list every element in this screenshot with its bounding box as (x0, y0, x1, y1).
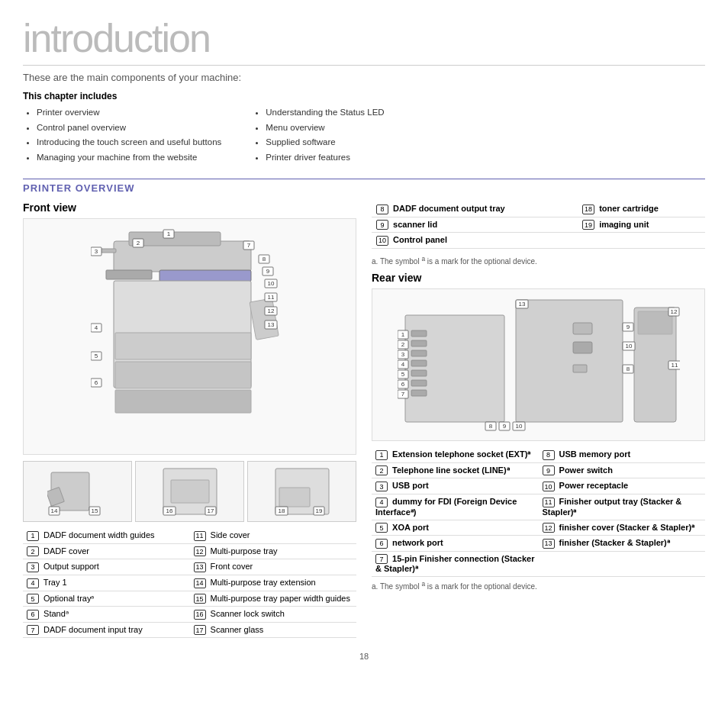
small-diagram-3: 18 19 (247, 461, 356, 522)
chapter-includes-lists: Printer overview Control panel overview … (23, 105, 705, 165)
main-content: Front view (23, 201, 705, 644)
table-row: 8 DADF document output tray 18 toner car… (372, 201, 705, 217)
svg-text:5: 5 (401, 371, 404, 378)
svg-rect-58 (411, 360, 427, 366)
part-right: 14 Multi-purpose tray extension (190, 575, 357, 591)
part-left: 4 Tray 1 (23, 575, 190, 591)
part-num-badge: 12 (194, 546, 206, 556)
part-right (578, 233, 705, 249)
list-item: Introducing the touch screen and useful … (37, 135, 221, 150)
page-title: introduction (23, 15, 705, 66)
part-num-badge: 4 (27, 578, 39, 588)
part-num-badge: 7 (375, 554, 388, 564)
part-num-badge: 13 (543, 539, 555, 549)
part-left: 3 USB port (372, 478, 539, 494)
svg-text:13: 13 (518, 301, 525, 308)
svg-text:10: 10 (267, 280, 274, 287)
part-num-badge: 11 (194, 531, 206, 541)
section-heading: PRINTER OVERVIEW (23, 179, 705, 194)
part-num-badge: 15 (194, 594, 206, 604)
table-row: 6 Standᵃ 16 Scanner lock switch (23, 607, 356, 623)
svg-text:10: 10 (515, 423, 522, 430)
subtitle: These are the main components of your ma… (23, 72, 705, 83)
table-row: 10 Control panel (372, 233, 705, 249)
part-label: Optional trayᵃ (43, 594, 94, 603)
part-label: finisher cover (Stacker & Stapler)ᵃ (559, 523, 695, 532)
list-item: Managing your machine from the website (37, 150, 221, 166)
svg-rect-7 (115, 390, 251, 413)
svg-rect-76 (516, 300, 623, 422)
part-num-badge: 2 (27, 546, 39, 556)
svg-rect-6 (115, 362, 251, 388)
part-label: Power receptacle (559, 481, 629, 490)
part-left: 6 network port (372, 536, 539, 552)
part-num-badge: 17 (194, 625, 206, 635)
part-right: 11 Side cover (190, 528, 357, 543)
part-left: 1 DADF document width guides (23, 528, 190, 543)
part-right: 17 Scanner glass (190, 622, 357, 638)
svg-text:6: 6 (401, 381, 404, 388)
part-num-badge: 4 (375, 498, 388, 507)
part-right: 12 Multi-purpose tray (190, 543, 357, 559)
table-row: 9 scanner lid 19 imaging unit (372, 217, 705, 233)
part-num-badge: 10 (543, 482, 555, 491)
svg-rect-49 (279, 488, 310, 507)
part-left: 2 DADF cover (23, 543, 190, 559)
part-label: Scanner lock switch (211, 609, 285, 618)
part-right: 13 Front cover (190, 559, 357, 575)
front-parts-table: 1 DADF document width guides 11 Side cov… (23, 528, 356, 638)
list-item: Control panel overview (37, 121, 221, 136)
svg-text:13: 13 (267, 321, 274, 328)
part-label: network port (392, 538, 443, 547)
front-view-diagram: 1 2 3 4 5 6 7 8 9 10 (23, 218, 356, 455)
svg-text:12: 12 (670, 308, 677, 315)
part-right: 18 toner cartridge (578, 201, 705, 217)
rear-note: a. The symbol a is a mark for the option… (372, 580, 705, 591)
svg-rect-59 (411, 370, 427, 376)
part-label: Scanner glass (211, 625, 264, 634)
part-num-badge: 13 (194, 562, 206, 572)
right-chapter-list: Understanding the Status LED Menu overvi… (252, 105, 384, 165)
list-item: Menu overview (266, 121, 384, 136)
rear-view-heading: Rear view (372, 272, 705, 284)
part-label: dummy for FDI (Foreign Device Interfaceᵃ… (375, 497, 517, 517)
svg-text:2: 2 (136, 240, 140, 246)
svg-text:14: 14 (50, 507, 57, 514)
part-right: 13 finisher (Stacker & Stapler)ᵃ (539, 536, 706, 552)
svg-rect-43 (171, 480, 209, 503)
front-printer-svg: 1 2 3 4 5 6 7 8 9 10 (91, 226, 289, 447)
svg-rect-56 (411, 340, 427, 346)
part-label: imaging unit (599, 220, 649, 229)
table-row: 4 Tray 1 14 Multi-purpose tray extension (23, 575, 356, 591)
svg-text:9: 9 (626, 324, 630, 330)
part-left: 5 Optional trayᵃ (23, 591, 190, 607)
part-num-badge: 9 (543, 465, 555, 475)
svg-rect-57 (411, 350, 427, 356)
part-left: 4 dummy for FDI (Foreign Device Interfac… (372, 494, 539, 520)
part-left: 8 DADF document output tray (372, 201, 578, 217)
list-item: Supplied software (266, 135, 384, 150)
part-num-badge: 18 (582, 205, 594, 214)
svg-text:16: 16 (166, 507, 172, 514)
part-num-badge: 3 (27, 562, 39, 572)
table-row: 3 USB port 10 Power receptacle (372, 478, 705, 494)
part-num-badge: 1 (27, 531, 39, 541)
part-num-badge: 7 (27, 625, 39, 635)
part-label: Multi-purpose tray (211, 546, 278, 556)
page-number: 18 (23, 652, 705, 661)
part-label: finisher (Stacker & Stapler)ᵃ (559, 538, 670, 547)
svg-rect-2 (106, 270, 152, 279)
part-label: Output support (43, 562, 99, 571)
svg-text:18: 18 (278, 507, 285, 514)
part-label: Control panel (393, 235, 447, 244)
part-left: 7 DADF document input tray (23, 622, 190, 638)
svg-text:7: 7 (401, 391, 404, 398)
svg-text:6: 6 (94, 379, 98, 386)
part-label: Front cover (211, 562, 253, 571)
svg-rect-3 (159, 270, 251, 282)
rear-view-diagram: 1 2 3 4 5 6 7 (372, 288, 705, 441)
part-num-badge: 8 (543, 450, 555, 460)
svg-text:8: 8 (626, 366, 630, 372)
small-diagram-1: 14 15 (23, 461, 132, 522)
list-item: Understanding the Status LED (266, 105, 384, 121)
